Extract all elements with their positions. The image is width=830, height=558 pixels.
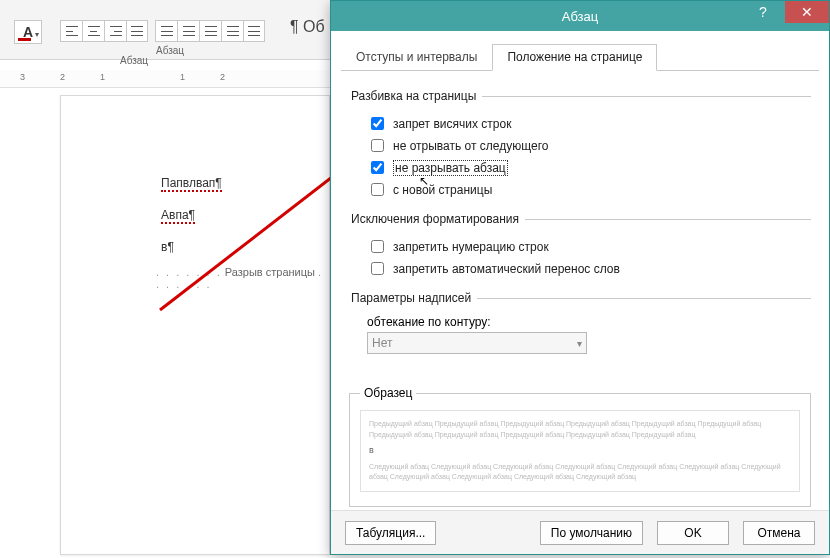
section-textbox: Параметры надписей обтекание по контуру:… (349, 291, 811, 356)
formatting-legend: Исключения форматирования (349, 212, 525, 226)
section-preview: Образец Предыдущий абзац Предыдущий абза… (349, 386, 811, 507)
show-marks-button[interactable]: ¶ Об (290, 18, 325, 36)
widow-control-option[interactable]: запрет висячих строк (367, 114, 811, 133)
pagination-legend: Разбивка на страницы (349, 89, 482, 103)
ruler-tick: 2 (220, 72, 225, 82)
paragraph-label: Абзац (120, 55, 148, 66)
page-break-label: Разрыв страницы (225, 266, 315, 278)
ruler-tick: 3 (20, 72, 25, 82)
suppress-line-numbers-option[interactable]: запретить нумерацию строк (367, 237, 811, 256)
align-justify-button[interactable] (126, 20, 148, 42)
multilevel-list-button[interactable] (199, 20, 221, 42)
increase-indent-button[interactable] (243, 20, 265, 42)
alignment-group (60, 20, 148, 42)
keep-together-option[interactable]: не разрывать абзац (367, 158, 811, 177)
textbox-legend: Параметры надписей (349, 291, 477, 305)
font-color-button[interactable]: A ▾ (14, 20, 42, 44)
keep-with-next-checkbox[interactable] (371, 139, 384, 152)
tight-wrap-label: обтекание по контуру: (367, 315, 811, 329)
chevron-down-icon: ▾ (35, 30, 39, 39)
dialog-footer: Табуляция... По умолчанию OK Отмена (331, 510, 829, 554)
tabs-button[interactable]: Табуляция... (345, 521, 436, 545)
doc-line-1: Папвлвап¶ (161, 176, 222, 192)
preview-legend: Образец (360, 386, 416, 400)
widow-control-label: запрет висячих строк (393, 117, 511, 131)
tight-wrap-value: Нет (372, 336, 392, 350)
dialog-body: Разбивка на страницы запрет висячих стро… (331, 71, 829, 501)
page-break-marker: . . . . . . . Разрыв страницы . . . . . … (156, 266, 329, 290)
keep-with-next-option[interactable]: не отрывать от следующего (367, 136, 811, 155)
keep-with-next-label: не отрывать от следующего (393, 139, 548, 153)
color-bar (18, 38, 31, 41)
no-hyphenation-label: запретить автоматический перенос слов (393, 262, 620, 276)
paragraph-group-label: Абзац (60, 45, 280, 59)
close-button[interactable]: ✕ (785, 1, 829, 23)
ruler-tick: 1 (180, 72, 185, 82)
tab-position[interactable]: Положение на странице (492, 44, 657, 71)
align-center-button[interactable] (82, 20, 104, 42)
preview-next-text: Следующий абзац Следующий абзац Следующи… (369, 462, 791, 483)
keep-together-label: не разрывать абзац (393, 160, 508, 176)
paragraph-dialog: Абзац ? ✕ Отступы и интервалы Положение … (330, 0, 830, 555)
align-left-button[interactable] (60, 20, 82, 42)
dialog-title: Абзац (562, 9, 598, 24)
dialog-titlebar[interactable]: Абзац ? ✕ (331, 1, 829, 31)
bullet-list-button[interactable] (155, 20, 177, 42)
page-break-before-checkbox[interactable] (371, 183, 384, 196)
tab-indents[interactable]: Отступы и интервалы (341, 44, 492, 71)
cursor-icon: ↖ (419, 174, 429, 188)
set-default-button[interactable]: По умолчанию (540, 521, 643, 545)
section-pagination: Разбивка на страницы запрет висячих стро… (349, 89, 811, 204)
ok-button[interactable]: OK (657, 521, 729, 545)
no-hyphenation-checkbox[interactable] (371, 262, 384, 275)
ruler[interactable]: Абзац 3 2 1 1 2 (0, 70, 330, 88)
help-button[interactable]: ? (741, 1, 785, 23)
numbered-list-button[interactable] (177, 20, 199, 42)
preview-prev-text: Предыдущий абзац Предыдущий абзац Предыд… (369, 419, 791, 440)
preview-box: Предыдущий абзац Предыдущий абзац Предыд… (360, 410, 800, 492)
dialog-tabs: Отступы и интервалы Положение на страниц… (341, 43, 819, 71)
cancel-button[interactable]: Отмена (743, 521, 815, 545)
widow-control-checkbox[interactable] (371, 117, 384, 130)
preview-bullet: в (369, 444, 791, 458)
suppress-line-numbers-label: запретить нумерацию строк (393, 240, 549, 254)
page-break-before-label: с новой страницы (393, 183, 492, 197)
section-formatting: Исключения форматирования запретить нуме… (349, 212, 811, 283)
ruler-tick: 1 (100, 72, 105, 82)
tight-wrap-select[interactable]: Нет ▾ (367, 332, 587, 354)
keep-together-checkbox[interactable] (371, 161, 384, 174)
decrease-indent-button[interactable] (221, 20, 243, 42)
doc-line-3: в¶ (161, 240, 174, 254)
suppress-line-numbers-checkbox[interactable] (371, 240, 384, 253)
page-break-before-option[interactable]: с новой страницы (367, 180, 811, 199)
list-group (155, 20, 265, 42)
align-right-button[interactable] (104, 20, 126, 42)
document-page[interactable]: Папвлвап¶ Авпа¶ в¶ . . . . . . . Разрыв … (60, 95, 330, 555)
ruler-tick: 2 (60, 72, 65, 82)
chevron-down-icon: ▾ (577, 338, 582, 349)
no-hyphenation-option[interactable]: запретить автоматический перенос слов (367, 259, 811, 278)
doc-line-2: Авпа¶ (161, 208, 195, 224)
